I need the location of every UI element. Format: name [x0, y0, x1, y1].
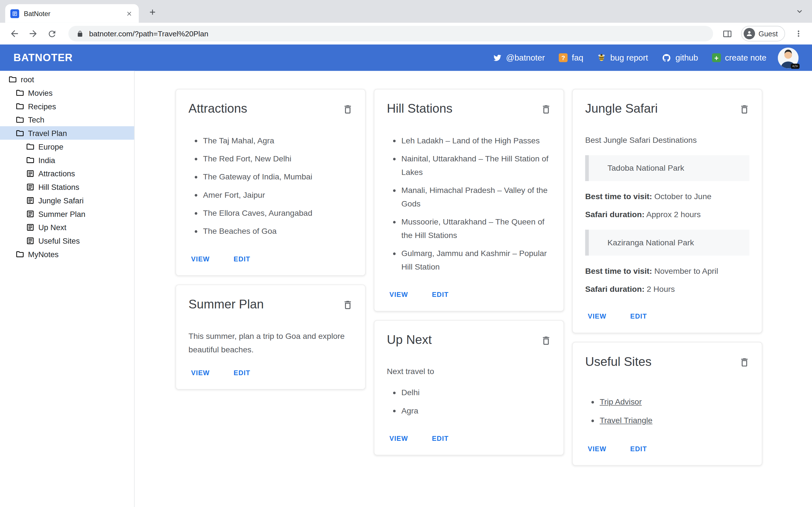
- nav-twitter[interactable]: @batnoter: [493, 53, 545, 62]
- back-button[interactable]: [7, 26, 22, 41]
- note-card-hill-stations: Hill Stations Leh Ladakh – Land of the H…: [374, 89, 564, 312]
- delete-note-icon[interactable]: [341, 298, 354, 311]
- sidebar-item-root[interactable]: root: [0, 72, 134, 86]
- note-body-text: This summer, plan a trip to Goa and expl…: [189, 330, 353, 356]
- edit-button[interactable]: EDIT: [429, 432, 452, 446]
- blockquote-park-name: Tadoba National Park: [585, 155, 749, 181]
- note-intro-text: Best Jungle Safari Destinations: [585, 133, 749, 147]
- note-icon: [26, 223, 35, 231]
- folder-icon: [15, 115, 24, 124]
- sidebar-item-travel-plan[interactable]: Travel Plan: [0, 126, 134, 140]
- list-item: Gulmarg, Jammu and Kashmir – Popular Hil…: [401, 247, 551, 274]
- guest-label: Guest: [758, 30, 778, 38]
- list-item: The Taj Mahal, Agra: [203, 134, 353, 148]
- note-card-useful-sites: Useful Sites Trip Advisor Travel Triangl…: [572, 342, 762, 466]
- sidebar-item-jungle-safari[interactable]: Jungle Safari: [0, 193, 134, 207]
- browser-toolbar: batnoter.com/?path=Travel%20Plan Guest: [0, 23, 812, 45]
- sidebar-item-tech[interactable]: Tech: [0, 113, 134, 126]
- list-item: Manali, Himachal Pradesh – Valley of the…: [401, 184, 551, 211]
- delete-note-icon[interactable]: [738, 356, 750, 369]
- up-next-list: Delhi Agra: [387, 386, 551, 417]
- forward-button[interactable]: [26, 26, 40, 41]
- github-icon: [662, 53, 671, 62]
- lock-icon: [77, 30, 84, 37]
- sidebar-item-europe[interactable]: Europe: [0, 140, 134, 153]
- folder-icon: [15, 249, 24, 258]
- faq-icon: ?: [559, 53, 567, 62]
- edit-button[interactable]: EDIT: [627, 442, 650, 456]
- sidebar-item-hill-stations[interactable]: Hill Stations: [0, 180, 134, 193]
- duration-row: Safari duration: Approx 2 hours: [585, 208, 749, 222]
- note-card-jungle-safari: Jungle Safari Best Jungle Safari Destina…: [572, 89, 762, 333]
- folder-icon: [15, 102, 24, 110]
- edit-button[interactable]: EDIT: [627, 309, 650, 323]
- card-title: Up Next: [387, 332, 432, 348]
- tab-close-icon[interactable]: [124, 9, 134, 18]
- edit-button[interactable]: EDIT: [231, 366, 253, 380]
- folder-icon: [15, 88, 24, 97]
- external-link-travel-triangle[interactable]: Travel Triangle: [600, 416, 652, 425]
- note-icon: [26, 169, 35, 178]
- browser-menu-kebab-icon[interactable]: [792, 26, 806, 41]
- tab-strip: BatNoter: [0, 0, 812, 23]
- list-item: Mussoorie, Uttarakhand – The Queen of th…: [401, 215, 551, 242]
- nav-create-note[interactable]: + create note: [712, 53, 766, 62]
- view-button[interactable]: VIEW: [188, 252, 213, 266]
- nav-github[interactable]: github: [662, 53, 698, 62]
- profile-chip[interactable]: Guest: [741, 26, 785, 41]
- sidebar-item-movies[interactable]: Movies: [0, 86, 134, 100]
- delete-note-icon[interactable]: [341, 103, 354, 115]
- browser-window: BatNoter batnoter.com/?path=Travel%20Pla…: [0, 0, 812, 507]
- note-icon: [26, 182, 35, 191]
- sidebar-item-attractions[interactable]: Attractions: [0, 166, 134, 180]
- tab-overview-chevron-icon[interactable]: [794, 5, 806, 17]
- delete-note-icon[interactable]: [738, 103, 750, 115]
- folder-icon: [26, 156, 35, 164]
- tab-title: BatNoter: [24, 10, 50, 17]
- card-title: Jungle Safari: [585, 101, 658, 116]
- note-card-up-next: Up Next Next travel to Delhi Agra VIEW E…: [374, 320, 564, 455]
- note-icon: [26, 236, 35, 245]
- sidebar-item-mynotes[interactable]: MyNotes: [0, 247, 134, 261]
- list-item: Leh Ladakh – Land of the High Passes: [401, 134, 551, 148]
- view-button[interactable]: VIEW: [585, 309, 610, 323]
- list-item: Agra: [401, 404, 551, 417]
- view-button[interactable]: VIEW: [188, 366, 213, 380]
- view-button[interactable]: VIEW: [585, 442, 610, 456]
- delete-note-icon[interactable]: [540, 334, 552, 347]
- delete-note-icon[interactable]: [540, 103, 552, 115]
- blockquote-park-name: Kaziranga National Park: [585, 230, 749, 256]
- app-brand[interactable]: BATNOTER: [13, 52, 73, 64]
- useful-sites-list: Trip Advisor Travel Triangle: [585, 395, 749, 427]
- list-item: Travel Triangle: [600, 414, 749, 427]
- nav-bug-report[interactable]: bug report: [597, 53, 648, 62]
- new-tab-button[interactable]: [146, 6, 158, 18]
- hill-stations-list: Leh Ladakh – Land of the High Passes Nai…: [387, 134, 551, 274]
- twitter-icon: [493, 53, 502, 62]
- header-nav: @batnoter ? faq bug report github + cr: [493, 53, 766, 62]
- note-icon: [26, 209, 35, 218]
- address-bar[interactable]: batnoter.com/?path=Travel%20Plan: [68, 26, 713, 41]
- edit-button[interactable]: EDIT: [231, 252, 253, 266]
- sidebar-item-recipes[interactable]: Recipes: [0, 100, 134, 113]
- user-avatar[interactable]: </>: [778, 47, 799, 68]
- reload-button[interactable]: [45, 26, 59, 41]
- sidebar-item-up-next[interactable]: Up Next: [0, 220, 134, 234]
- list-item: Amer Fort, Jaipur: [203, 188, 353, 202]
- external-link-trip-advisor[interactable]: Trip Advisor: [600, 397, 642, 406]
- sidebar-item-useful-sites[interactable]: Useful Sites: [0, 234, 134, 247]
- view-button[interactable]: VIEW: [386, 288, 411, 302]
- note-intro-text: Next travel to: [387, 365, 551, 378]
- nav-faq[interactable]: ? faq: [559, 53, 583, 62]
- edit-button[interactable]: EDIT: [429, 288, 452, 302]
- browser-tab[interactable]: BatNoter: [5, 4, 139, 23]
- sidebar-item-india[interactable]: India: [0, 153, 134, 167]
- card-title: Hill Stations: [387, 101, 453, 116]
- folder-icon: [8, 75, 17, 83]
- folder-icon: [15, 128, 24, 137]
- note-card-summer-plan: Summer Plan This summer, plan a trip to …: [175, 284, 366, 390]
- view-button[interactable]: VIEW: [386, 432, 411, 446]
- side-panel-icon[interactable]: [720, 26, 734, 41]
- list-item: Nainital, Uttarakhand – The Hill Station…: [401, 152, 551, 179]
- sidebar-item-summer-plan[interactable]: Summer Plan: [0, 207, 134, 221]
